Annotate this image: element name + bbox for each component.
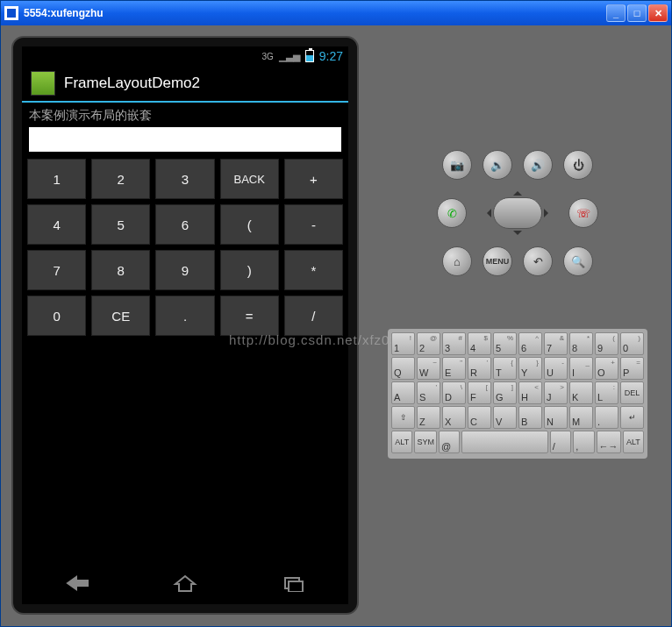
vkey-comma[interactable]: ,: [573, 431, 594, 453]
key-rparen[interactable]: ): [220, 250, 279, 290]
key-ce[interactable]: CE: [91, 296, 150, 336]
volume-down-button[interactable]: 🔉: [483, 150, 512, 180]
vkey-U[interactable]: U-: [544, 357, 568, 380]
key-3[interactable]: 3: [155, 159, 214, 199]
vkey-V[interactable]: V: [493, 406, 517, 429]
vkey-D[interactable]: D\: [442, 381, 466, 404]
key-7[interactable]: 7: [27, 250, 86, 290]
vkey-L[interactable]: L:: [595, 381, 618, 404]
vkey-J[interactable]: J>: [544, 381, 568, 404]
minimize-button[interactable]: _: [606, 4, 626, 22]
vkey-period[interactable]: .: [595, 406, 618, 429]
vkey-Y[interactable]: Y}: [518, 357, 542, 380]
virtual-keyboard: 1!2@3#4$5%6^7&8*9(0) QW~E"R'T{Y}U-I_O+P=…: [388, 329, 647, 459]
call-button[interactable]: ✆: [437, 198, 467, 228]
key-9[interactable]: 9: [155, 250, 214, 290]
device-screen: 3G ▁▃▅ 9:27 FrameLayoutDemo2 本案例演示布局的嵌套 …: [22, 46, 348, 604]
key-lparen[interactable]: (: [220, 204, 279, 245]
vkey-at[interactable]: @: [439, 431, 460, 453]
vkey-enter[interactable]: ↵: [620, 406, 644, 429]
vkey-K[interactable]: K: [569, 381, 593, 404]
vkey-shift[interactable]: ⇧: [391, 406, 415, 429]
key-multiply[interactable]: *: [284, 250, 343, 290]
vkey-R[interactable]: R': [468, 357, 491, 380]
key-2[interactable]: 2: [91, 159, 150, 199]
search-hw-button[interactable]: 🔍: [563, 246, 593, 276]
home-icon[interactable]: [172, 574, 198, 596]
camera-button[interactable]: 📷: [442, 150, 472, 180]
dpad-left-icon[interactable]: [483, 209, 491, 217]
key-equals[interactable]: =: [220, 296, 279, 336]
vkey-M[interactable]: M: [569, 406, 593, 429]
vkey-Q[interactable]: Q: [391, 357, 415, 380]
vkey-H[interactable]: H<: [518, 381, 542, 404]
vkey-1[interactable]: 1!: [391, 332, 415, 355]
vkey-P[interactable]: P=: [620, 357, 644, 380]
vkey-N[interactable]: N: [544, 406, 568, 429]
recents-icon[interactable]: [281, 574, 307, 595]
key-back[interactable]: BACK: [220, 159, 279, 199]
nav-bar: [22, 566, 348, 604]
vkey-W[interactable]: W~: [417, 357, 440, 380]
key-dot[interactable]: .: [155, 296, 214, 336]
key-4[interactable]: 4: [27, 204, 86, 245]
calculator-keypad: 1 2 3 BACK + 4 5 6 ( - 7 8 9 ) *: [25, 157, 345, 338]
vkey-arrows[interactable]: ←→: [597, 431, 621, 453]
vkey-O[interactable]: O+: [595, 357, 618, 380]
vkey-4[interactable]: 4$: [468, 332, 491, 355]
home-hw-button[interactable]: ⌂: [442, 246, 472, 276]
end-call-button[interactable]: ☏: [568, 198, 598, 228]
vkey-F[interactable]: F[: [468, 381, 491, 404]
action-bar: FrameLayoutDemo2: [22, 66, 348, 103]
volume-up-button[interactable]: 🔊: [523, 150, 553, 180]
status-clock: 9:27: [319, 49, 343, 63]
key-minus[interactable]: -: [284, 204, 343, 245]
vkey-Z[interactable]: Z: [417, 406, 440, 429]
vkey-X[interactable]: X: [442, 406, 466, 429]
dpad-right-icon[interactable]: [544, 209, 553, 217]
vkey-7[interactable]: 7&: [544, 332, 568, 355]
vkey-space[interactable]: [461, 431, 547, 453]
maximize-button[interactable]: □: [627, 4, 647, 22]
vkey-C[interactable]: C: [468, 406, 491, 429]
key-plus[interactable]: +: [284, 159, 343, 199]
key-8[interactable]: 8: [91, 250, 150, 290]
vkey-slash[interactable]: /: [550, 431, 571, 453]
key-divide[interactable]: /: [284, 296, 343, 336]
signal-icon: 3G: [261, 52, 273, 61]
vkey-alt-left[interactable]: ALT: [391, 431, 412, 453]
vkey-sym[interactable]: SYM: [414, 431, 437, 453]
dpad-up-icon[interactable]: [513, 187, 522, 196]
back-hw-button[interactable]: ↶: [523, 246, 553, 276]
dpad-center[interactable]: [493, 197, 542, 229]
key-5[interactable]: 5: [91, 204, 150, 245]
vkey-I[interactable]: I_: [569, 357, 593, 380]
vkey-2[interactable]: 2@: [417, 332, 440, 355]
vkey-0[interactable]: 0): [620, 332, 644, 355]
vkey-T[interactable]: T{: [493, 357, 517, 380]
key-0[interactable]: 0: [27, 296, 86, 336]
vkey-9[interactable]: 9(: [595, 332, 618, 355]
emulator-window: 5554:xufengzhu _ □ ✕ http://blog.csdn.ne…: [0, 0, 672, 627]
power-button[interactable]: ⏻: [563, 150, 593, 180]
dpad-down-icon[interactable]: [513, 231, 522, 239]
key-1[interactable]: 1: [27, 159, 86, 199]
vkey-5[interactable]: 5%: [493, 332, 517, 355]
key-6[interactable]: 6: [155, 204, 214, 245]
vkey-A[interactable]: A: [391, 381, 415, 404]
app-title: FrameLayoutDemo2: [64, 75, 200, 92]
close-button[interactable]: ✕: [648, 4, 668, 22]
result-input[interactable]: [29, 127, 341, 152]
vkey-del[interactable]: DEL: [620, 381, 644, 404]
vkey-8[interactable]: 8*: [569, 332, 593, 355]
vkey-3[interactable]: 3#: [442, 332, 466, 355]
vkey-6[interactable]: 6^: [518, 332, 542, 355]
vkey-G[interactable]: G]: [493, 381, 517, 404]
back-icon[interactable]: [63, 574, 89, 595]
vkey-E[interactable]: E": [442, 357, 466, 380]
menu-hw-button[interactable]: MENU: [483, 246, 512, 276]
vkey-B[interactable]: B: [518, 406, 542, 429]
vkey-alt-right[interactable]: ALT: [623, 431, 644, 453]
vkey-S[interactable]: S': [417, 381, 440, 404]
dpad[interactable]: [477, 189, 558, 238]
